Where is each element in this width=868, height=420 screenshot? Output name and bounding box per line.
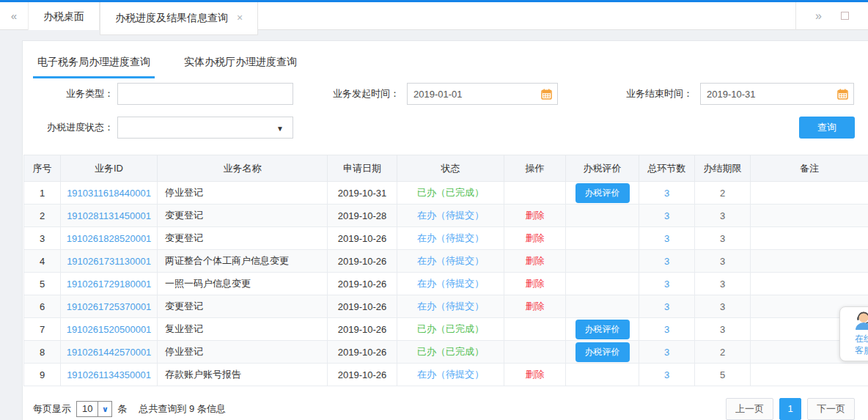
cell-status: 在办（待提交） [397, 227, 504, 250]
delete-link[interactable]: 删除 [526, 369, 545, 380]
calendar-icon[interactable] [837, 89, 848, 102]
cell-business-id[interactable]: 1910261520500001 [61, 318, 158, 341]
cell-business-id[interactable]: 1910311618440001 [61, 182, 158, 205]
column-header: 备注 [751, 155, 868, 182]
cell-total-steps[interactable]: 3 [639, 341, 695, 364]
cell-total-steps[interactable]: 3 [639, 273, 695, 295]
table-body: 1 1910311618440001 停业登记 2019-10-31 已办（已完… [24, 182, 868, 386]
start-time-value: 2019-01-01 [413, 89, 463, 100]
business-type-label: 业务类型： [23, 87, 114, 100]
cell-business-id[interactable]: 1910261828520001 [61, 227, 158, 250]
cell-evaluate [566, 227, 639, 250]
next-page-button[interactable]: 下一页 [807, 398, 855, 420]
table-row: 5 1910261729180001 一照一码户信息变更 2019-10-26 … [24, 273, 868, 295]
close-icon[interactable]: × [237, 2, 243, 34]
cell-status: 已办（已完成） [397, 318, 504, 341]
delete-link[interactable]: 删除 [526, 301, 545, 312]
progress-status-select[interactable]: ▼ [117, 117, 293, 139]
cell-business-id[interactable]: 1910261442570001 [61, 341, 158, 364]
cell-business-id[interactable]: 1910281131450001 [61, 205, 158, 227]
service-avatar [853, 320, 868, 332]
table-row: 8 1910261442570001 停业登记 2019-10-26 已办（已完… [24, 341, 868, 364]
business-type-input[interactable] [117, 83, 293, 105]
end-time-input[interactable]: 2019-10-31 [700, 83, 854, 105]
cell-seq: 3 [24, 227, 61, 250]
cell-evaluate [566, 205, 639, 227]
collapse-tabs-icon[interactable]: « [0, 10, 28, 22]
cell-deadline: 3 [695, 205, 751, 227]
per-page-suffix: 条 [117, 402, 127, 416]
delete-link[interactable]: 删除 [526, 278, 545, 289]
tab-progress-query[interactable]: 办税进度及结果信息查询 × [100, 2, 258, 35]
cell-business-id[interactable]: 1910261134350001 [61, 364, 158, 386]
cell-action [504, 182, 566, 205]
cell-seq: 1 [24, 182, 61, 205]
cell-apply-date: 2019-10-26 [328, 250, 397, 273]
delete-link[interactable]: 删除 [526, 255, 545, 266]
cell-remark [751, 273, 868, 295]
start-time-input[interactable]: 2019-01-01 [407, 83, 558, 105]
subtab-electronic-bureau[interactable]: 电子税务局办理进度查询 [33, 50, 155, 78]
table-header-row: 序号业务ID业务名称申请日期状态操作办税评价总环节数办结期限备注 [24, 155, 868, 182]
cell-business-id[interactable]: 1910261725370001 [61, 295, 158, 318]
online-service-widget[interactable]: 在线 客服 [839, 306, 868, 361]
cell-apply-date: 2019-10-26 [328, 273, 397, 295]
cell-total-steps[interactable]: 3 [639, 182, 695, 205]
cell-business-name: 变更登记 [158, 295, 328, 318]
evaluate-button[interactable]: 办税评价 [575, 342, 630, 362]
cell-status: 在办（待提交） [397, 273, 504, 295]
column-header: 办结期限 [695, 155, 751, 182]
subtab-physical-hall[interactable]: 实体办税厅办理进度查询 [180, 50, 301, 78]
calendar-icon[interactable] [541, 89, 552, 102]
cell-total-steps[interactable]: 3 [639, 205, 695, 227]
tab-progress-query-label: 办税进度及结果信息查询 [115, 2, 228, 34]
table-row: 4 1910261731130001 两证整合个体工商户信息变更 2019-10… [24, 250, 868, 273]
cell-evaluate [566, 250, 639, 273]
column-header: 申请日期 [328, 155, 397, 182]
evaluate-button[interactable]: 办税评价 [575, 183, 630, 203]
table-footer: 每页显示 10 ∨ 条 总共查询到 9 条信息 上一页 1 下一页 [33, 398, 855, 420]
service-label-line2: 客服 [843, 345, 868, 356]
cell-business-name: 两证整合个体工商户信息变更 [158, 250, 328, 273]
cell-status: 在办（待提交） [397, 250, 504, 273]
cell-apply-date: 2019-10-26 [328, 295, 397, 318]
delete-link[interactable]: 删除 [526, 210, 545, 221]
delete-link[interactable]: 删除 [526, 232, 545, 243]
cell-status: 已办（已完成） [397, 341, 504, 364]
current-page-button[interactable]: 1 [779, 398, 801, 420]
cell-total-steps[interactable]: 3 [639, 364, 695, 386]
cell-deadline: 3 [695, 295, 751, 318]
cell-seq: 2 [24, 205, 61, 227]
cell-remark [751, 227, 868, 250]
start-time-label: 业务发起时间： [326, 87, 400, 100]
cell-deadline: 3 [695, 318, 751, 341]
cell-deadline: 2 [695, 341, 751, 364]
expand-tabs-icon[interactable]: » [796, 10, 841, 23]
cell-evaluate [566, 295, 639, 318]
cell-apply-date: 2019-10-26 [328, 341, 397, 364]
query-subtabs: 电子税务局办理进度查询 实体办税厅办理进度查询 [23, 41, 868, 78]
cell-deadline: 3 [695, 273, 751, 295]
prev-page-button[interactable]: 上一页 [726, 398, 773, 420]
evaluate-button[interactable]: 办税评价 [575, 320, 630, 339]
tab-bar-right-controls: » [795, 2, 868, 30]
cell-action: 删除 [504, 295, 566, 318]
per-page-select[interactable]: 10 ∨ [76, 401, 112, 417]
cell-evaluate [566, 273, 639, 295]
cell-total-steps[interactable]: 3 [639, 227, 695, 250]
cell-total-steps[interactable]: 3 [639, 250, 695, 273]
cell-seq: 6 [24, 295, 61, 318]
cell-business-id[interactable]: 1910261731130001 [61, 250, 158, 273]
cell-business-name: 复业登记 [158, 318, 328, 341]
total-count-text: 总共查询到 9 条信息 [139, 402, 225, 416]
cell-total-steps[interactable]: 3 [639, 295, 695, 318]
filter-area: 业务类型： 业务发起时间： 2019-01-01 [23, 81, 868, 155]
tab-tax-desktop[interactable]: 办税桌面 [28, 2, 100, 30]
query-button[interactable]: 查询 [799, 117, 855, 139]
cell-total-steps[interactable]: 3 [639, 318, 695, 341]
table-row: 6 1910261725370001 变更登记 2019-10-26 在办（待提… [24, 295, 868, 318]
cell-business-name: 停业登记 [158, 182, 328, 205]
maximize-icon[interactable] [841, 12, 849, 20]
cell-business-id[interactable]: 1910261729180001 [61, 273, 158, 295]
cell-status: 在办（待提交） [397, 295, 504, 318]
